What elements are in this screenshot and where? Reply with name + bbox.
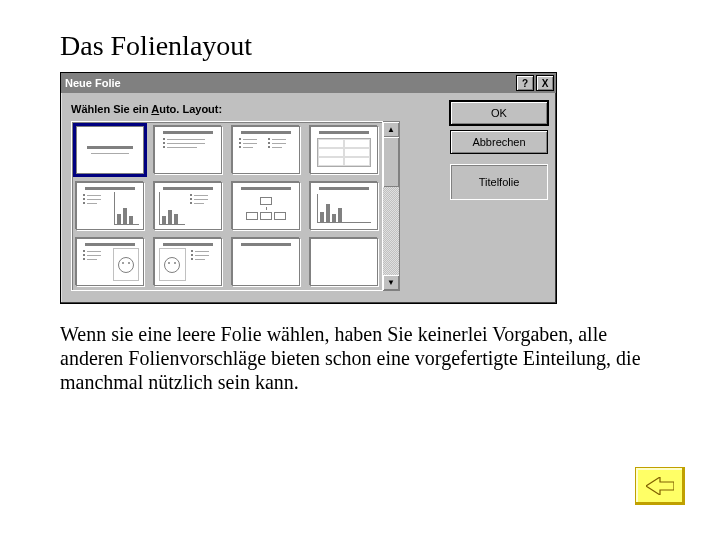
layout-blank[interactable] [310,238,378,286]
selection-name: Titelfolie [450,164,548,200]
new-slide-dialog: Neue Folie ? X Wählen Sie ein Auto. Layo… [60,72,557,304]
layout-title-only[interactable] [232,238,300,286]
layout-chart[interactable] [310,182,378,230]
scroll-down-button[interactable]: ▼ [383,275,399,290]
svg-marker-0 [646,477,674,495]
layout-clipart-and-text[interactable] [154,238,222,286]
close-button[interactable]: X [536,75,554,91]
titlebar: Neue Folie ? X [61,73,556,93]
layout-gallery [71,121,383,291]
scroll-track[interactable] [383,187,399,275]
scroll-thumb[interactable] [383,137,399,187]
dialog-title: Neue Folie [65,77,514,89]
chevron-down-icon: ▼ [387,278,395,287]
scroll-up-button[interactable]: ▲ [383,122,399,137]
page-title: Das Folienlayout [60,30,660,62]
help-button[interactable]: ? [516,75,534,91]
arrow-left-icon [646,477,674,495]
layout-two-column-text[interactable] [232,126,300,174]
layout-bulleted-list[interactable] [154,126,222,174]
ok-button[interactable]: OK [450,101,548,125]
layout-chart-and-text[interactable] [154,182,222,230]
explanation-text: Wenn sie eine leere Folie wählen, haben … [60,322,655,394]
layout-text-and-clipart[interactable] [76,238,144,286]
layout-table[interactable] [310,126,378,174]
cancel-button[interactable]: Abbrechen [450,130,548,154]
close-icon: X [542,78,549,89]
layout-text-and-chart[interactable] [76,182,144,230]
layout-title-slide[interactable] [76,126,144,174]
chevron-up-icon: ▲ [387,125,395,134]
layout-org-chart[interactable] [232,182,300,230]
autolayout-prompt: Wählen Sie ein Auto. Layout: [71,103,440,115]
gallery-scrollbar[interactable]: ▲ ▼ [383,121,400,291]
back-button[interactable] [635,467,685,505]
question-icon: ? [522,78,528,89]
